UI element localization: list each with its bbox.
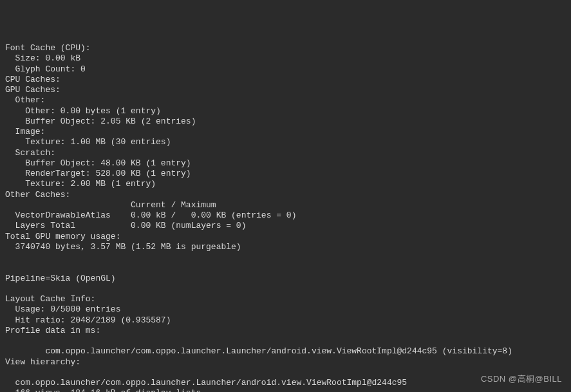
terminal-line: Glyph Count: 0 — [5, 64, 571, 75]
terminal-line: Other: — [5, 95, 571, 106]
terminal-line: CPU Caches: — [5, 75, 571, 85]
terminal-line: GPU Caches: — [5, 85, 571, 95]
terminal-line: Pipeline=Skia (OpenGL) — [5, 274, 571, 284]
terminal-line: Font Cache (CPU): — [5, 43, 571, 53]
terminal-line: Layout Cache Info: — [5, 294, 571, 304]
terminal-line — [5, 263, 571, 273]
terminal-line: Hit ratio: 2048/2189 (0.935587) — [5, 315, 571, 326]
terminal-line: Buffer Object: 2.05 KB (2 entries) — [5, 117, 571, 127]
terminal-line: Current / Maximum — [5, 200, 571, 210]
terminal-line: Texture: 1.00 MB (30 entries) — [5, 137, 571, 147]
terminal-line: com.oppo.launcher/com.oppo.launcher.Laun… — [5, 346, 571, 357]
terminal-line: Usage: 0/5000 entries — [5, 304, 571, 315]
terminal-line — [5, 252, 571, 263]
terminal-line: Other Caches: — [5, 190, 571, 200]
terminal-line — [5, 336, 571, 346]
terminal-line: View hierarchy: — [5, 357, 571, 368]
terminal-line: Size: 0.00 kB — [5, 53, 571, 64]
terminal-line — [5, 284, 571, 294]
terminal-line: Total GPU memory usage: — [5, 232, 571, 242]
terminal-line: Image: — [5, 127, 571, 137]
watermark-label: CSDN @高桐@BILL — [481, 374, 562, 384]
terminal-line: RenderTarget: 528.00 KB (1 entry) — [5, 169, 571, 179]
terminal-line: 3740740 bytes, 3.57 MB (1.52 MB is purge… — [5, 242, 571, 252]
terminal-line: Profile data in ms: — [5, 326, 571, 336]
terminal-line: Layers Total 0.00 KB (numLayers = 0) — [5, 221, 571, 231]
terminal-output: Font Cache (CPU): Size: 0.00 kB Glyph Co… — [0, 42, 571, 392]
terminal-line: Buffer Object: 48.00 KB (1 entry) — [5, 158, 571, 169]
terminal-line: Scratch: — [5, 148, 571, 158]
terminal-line: VectorDrawableAtlas 0.00 kB / 0.00 KB (e… — [5, 210, 571, 221]
terminal-line: Texture: 2.00 MB (1 entry) — [5, 179, 571, 189]
terminal-line: Other: 0.00 bytes (1 entry) — [5, 106, 571, 117]
terminal-line: 166 views, 184.16 kB of display lists — [5, 388, 571, 392]
